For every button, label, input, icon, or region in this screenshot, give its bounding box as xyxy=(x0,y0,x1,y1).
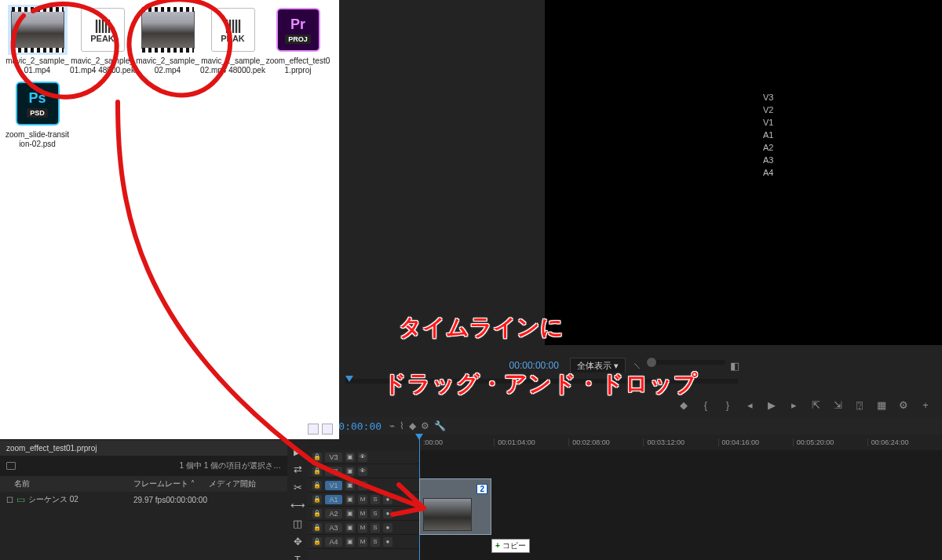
timeline-ruler[interactable]: :00:00 00:01:04:00 00:02:08:00 00:03:12:… xyxy=(308,435,942,450)
peak-icon: |||||PEAK xyxy=(211,8,255,52)
play-icon[interactable]: ▶ xyxy=(765,398,779,412)
voiceover-icon[interactable]: ● xyxy=(383,523,392,533)
photoshop-file-icon: PsPSD xyxy=(16,82,60,125)
playhead-icon[interactable] xyxy=(345,376,353,382)
checkbox[interactable]: ☐ xyxy=(6,496,13,504)
eye-icon[interactable] xyxy=(358,481,367,490)
annotation-line-1: タイムラインに xyxy=(399,312,564,344)
solo-icon[interactable]: S xyxy=(371,509,380,518)
video-thumb-icon xyxy=(141,11,195,49)
file-browser-view-toggle[interactable] xyxy=(308,424,333,435)
hand-tool-icon[interactable]: ✥ xyxy=(290,536,305,547)
file-label: zoom_effect_test01.prproj xyxy=(265,56,330,75)
track-header-a2[interactable]: A2▣MS● xyxy=(308,507,419,521)
program-monitor: V3 V2 V1 A1 A2 A3 A4 xyxy=(339,0,942,345)
lock-icon[interactable] xyxy=(312,453,322,462)
lock-icon[interactable] xyxy=(312,537,322,547)
file-item-video[interactable]: mavic_2_sample_02.mp4 xyxy=(135,6,200,75)
project-columns-header: 名前 フレームレート ˄ メディア開始 xyxy=(0,476,287,492)
lock-icon[interactable] xyxy=(312,495,322,504)
extract-icon[interactable]: ⇲ xyxy=(831,398,845,412)
track-header-v2[interactable]: V2▣ xyxy=(308,464,419,478)
slip-tool-icon[interactable]: ⟷ xyxy=(290,500,305,511)
voiceover-icon[interactable]: ● xyxy=(383,509,392,518)
file-label: mavic_2_sample_02.mp4 48000.pek xyxy=(200,56,265,75)
step-forward-icon[interactable]: ▸ xyxy=(787,398,801,412)
sync-lock-icon[interactable]: ▣ xyxy=(345,481,355,490)
mute-icon[interactable]: M xyxy=(358,537,367,547)
timeline-header: 00:00:00:00 ⌁ ⌇ ◆ ⚙ 🔧 xyxy=(308,417,942,435)
file-item-video[interactable]: mavic_2_sample_01.mp4 xyxy=(5,6,70,75)
file-grid: mavic_2_sample_01.mp4 |||||PEAK mavic_2_… xyxy=(5,6,334,154)
sync-lock-icon[interactable]: ▣ xyxy=(345,467,355,476)
file-label: mavic_2_sample_01.mp4 xyxy=(5,56,70,75)
more-icon[interactable]: + xyxy=(918,398,933,412)
sync-lock-icon[interactable]: ▣ xyxy=(345,537,355,547)
premiere-project-icon: PrPROJ xyxy=(276,8,320,52)
mute-icon[interactable]: M xyxy=(358,523,367,533)
lock-icon[interactable] xyxy=(312,509,322,518)
list-view-icon[interactable] xyxy=(308,424,319,435)
voiceover-icon[interactable]: ● xyxy=(383,537,392,547)
file-item-peak[interactable]: |||||PEAK mavic_2_sample_01.mp4 48000.pe… xyxy=(70,6,135,75)
snap-icon[interactable]: ⌁ xyxy=(389,420,395,431)
project-item-row[interactable]: ☐▭シーケンス 02 29.97 fps 00:00:00:00 xyxy=(0,492,287,507)
solo-icon[interactable]: S xyxy=(371,495,380,504)
settings-icon[interactable]: ⚙ xyxy=(896,398,911,412)
mark-in-icon[interactable]: { xyxy=(699,398,713,412)
eye-icon[interactable] xyxy=(358,453,367,462)
step-back-icon[interactable]: ◂ xyxy=(743,398,757,412)
eye-icon[interactable] xyxy=(358,467,367,476)
track-header-a4[interactable]: A4▣MS● xyxy=(308,535,419,549)
timeline-panel: 00:00:00:00 ⌁ ⌇ ◆ ⚙ 🔧 :00:00 00:01:04:00… xyxy=(308,417,942,560)
thumbnail-view-icon[interactable] xyxy=(322,424,333,435)
safe-margins-icon[interactable]: ▦ xyxy=(874,398,889,412)
project-panel: zoom_effect_test01.prproj 1 個中 1 個の項目が選択… xyxy=(0,439,287,560)
bin-icon[interactable] xyxy=(6,462,16,470)
sequence-icon: ▭ xyxy=(16,494,25,505)
track-header-a1[interactable]: A1▣MS● xyxy=(308,493,419,507)
track-header-v1[interactable]: V1▣ xyxy=(308,478,419,493)
sync-lock-icon[interactable]: ▣ xyxy=(345,453,355,462)
voiceover-icon[interactable]: ● xyxy=(383,495,392,504)
column-media-start[interactable]: メディア開始 xyxy=(209,478,256,489)
settings-icon[interactable]: ⚙ xyxy=(421,420,429,431)
file-item-peak[interactable]: |||||PEAK mavic_2_sample_02.mp4 48000.pe… xyxy=(200,6,265,75)
column-name[interactable]: 名前 xyxy=(0,478,133,489)
sync-lock-icon[interactable]: ▣ xyxy=(345,495,355,504)
mark-out-icon[interactable]: } xyxy=(721,398,735,412)
solo-icon[interactable]: S xyxy=(371,523,380,533)
column-framerate[interactable]: フレームレート ˄ xyxy=(133,478,209,489)
file-item-prproj[interactable]: PrPROJ zoom_effect_test01.prproj xyxy=(265,6,330,75)
mute-icon[interactable]: M xyxy=(358,509,367,518)
project-panel-tab[interactable]: zoom_effect_test01.prproj xyxy=(0,440,287,456)
lock-icon[interactable] xyxy=(312,523,322,533)
lock-icon[interactable] xyxy=(312,481,322,490)
lift-icon[interactable]: ⇱ xyxy=(809,398,823,412)
type-tool-icon[interactable]: T xyxy=(290,554,305,560)
marker-icon[interactable]: ◆ xyxy=(409,420,416,431)
track-select-tool-icon[interactable]: ⇄ xyxy=(290,464,305,475)
track-header-a3[interactable]: A3▣MS● xyxy=(308,521,419,535)
selection-tool-icon[interactable]: ▶ xyxy=(290,445,305,457)
mute-icon[interactable]: M xyxy=(358,495,367,504)
wrench-icon[interactable]: 🔧 xyxy=(434,420,446,431)
razor-tool-icon[interactable]: ✂ xyxy=(290,482,305,493)
track-header-v3[interactable]: V3▣ xyxy=(308,450,419,464)
file-label: zoom_slide-transition-02.psd xyxy=(5,130,70,149)
zoom-slider[interactable] xyxy=(647,360,725,365)
file-item-psd[interactable]: PsPSD zoom_slide-transition-02.psd xyxy=(5,80,70,149)
export-frame-icon[interactable]: ⍰ xyxy=(853,398,867,412)
zoom-handle-icon[interactable]: ◧ xyxy=(730,360,739,372)
sync-lock-icon[interactable]: ▣ xyxy=(345,509,355,518)
pen-tool-icon[interactable]: ◫ xyxy=(290,518,305,529)
source-monitor-placeholder xyxy=(339,0,545,345)
sync-lock-icon[interactable]: ▣ xyxy=(345,523,355,533)
timeline-tools: ▶ ⇄ ✂ ⟷ ◫ ✥ T xyxy=(287,439,308,560)
file-browser: mavic_2_sample_01.mp4 |||||PEAK mavic_2_… xyxy=(0,0,339,439)
linked-selection-icon[interactable]: ⌇ xyxy=(400,420,404,431)
solo-icon[interactable]: S xyxy=(371,537,380,547)
lock-icon[interactable] xyxy=(312,467,322,476)
drag-clip-ghost: 2 xyxy=(419,478,491,535)
program-monitor-view[interactable]: V3 V2 V1 A1 A2 A3 A4 xyxy=(545,0,942,345)
